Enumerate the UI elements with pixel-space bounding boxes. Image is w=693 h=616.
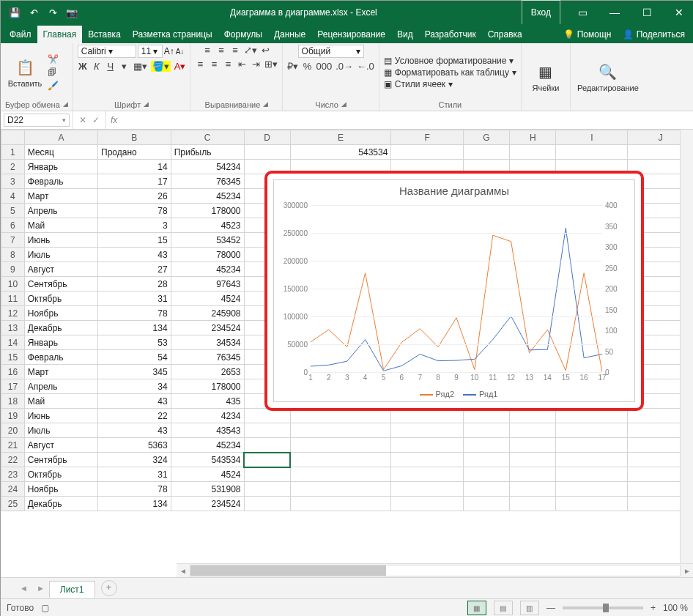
col-header-B[interactable]: B [98,130,171,145]
cell-D1[interactable] [244,145,290,160]
redo-icon[interactable]: ↷ [46,6,59,19]
align-bottom-icon[interactable]: ≡ [230,45,240,56]
cell-C9[interactable]: 45234 [171,262,244,277]
cell-C7[interactable]: 53452 [171,233,244,248]
cell-C5[interactable]: 178000 [171,204,244,218]
cell-C19[interactable]: 4234 [171,409,244,423]
percent-icon[interactable]: % [302,61,312,72]
cell-H21[interactable] [510,438,556,453]
cell-C24[interactable]: 531908 [171,482,244,497]
cell-A2[interactable]: Январь [24,160,97,174]
row-header-4[interactable]: 4 [1,189,25,204]
cell-E22[interactable] [290,453,391,467]
cell-D22[interactable] [244,453,290,467]
cell-C18[interactable]: 435 [171,394,244,409]
cell-I22[interactable] [556,453,628,467]
cell-A15[interactable]: Февраль [24,350,97,365]
sheet-nav-prev-icon[interactable]: ◄ [15,584,32,593]
font-name-combo[interactable]: Calibri ▾ [78,45,136,58]
row-header-24[interactable]: 24 [1,482,25,497]
formula-input[interactable] [122,114,693,126]
cell-B17[interactable]: 34 [98,379,171,394]
cell-styles-button[interactable]: ▣Стили ячеек ▾ [384,79,516,89]
bold-button[interactable]: Ж [78,61,88,72]
row-header-16[interactable]: 16 [1,365,25,379]
row-header-18[interactable]: 18 [1,394,25,409]
align-center-icon[interactable]: ≡ [209,59,219,70]
border-icon[interactable]: ▦▾ [133,61,147,72]
chart-plot-area[interactable]: 050000100000150000200000250000300000 050… [311,205,602,372]
merge-icon[interactable]: ⊞▾ [264,59,278,70]
cell-B14[interactable]: 53 [98,335,171,350]
cell-C8[interactable]: 78000 [171,248,244,262]
cell-C17[interactable]: 178000 [171,379,244,394]
cell-C3[interactable]: 76345 [171,174,244,189]
cell-H25[interactable] [510,497,556,511]
cell-E24[interactable] [290,482,391,497]
cell-A19[interactable]: Июнь [24,409,97,423]
cell-B8[interactable]: 43 [98,248,171,262]
select-all-corner[interactable] [1,130,25,145]
chart-title[interactable]: Название диаграммы [274,180,634,201]
row-header-20[interactable]: 20 [1,423,25,438]
cell-F22[interactable] [391,453,464,467]
align-left-icon[interactable]: ≡ [195,59,205,70]
cell-B20[interactable]: 43 [98,423,171,438]
login-button[interactable]: Вход [522,0,560,25]
cell-C22[interactable]: 543534 [171,453,244,467]
sheet-nav-next-icon[interactable]: ► [32,584,49,593]
close-button[interactable]: ✕ [664,1,693,24]
cell-B1[interactable]: Продано [98,145,171,160]
row-header-9[interactable]: 9 [1,262,25,277]
cell-A24[interactable]: Ноябрь [24,482,97,497]
cell-C23[interactable]: 4524 [171,467,244,482]
dec-decimal-icon[interactable]: ←.0 [357,61,374,72]
cell-A20[interactable]: Июль [24,423,97,438]
indent-inc-icon[interactable]: ⇥ [251,59,261,70]
row-header-10[interactable]: 10 [1,277,25,292]
cell-A14[interactable]: Январь [24,335,97,350]
row-header-8[interactable]: 8 [1,248,25,262]
italic-button[interactable]: К [92,61,102,72]
zoom-out-button[interactable]: — [546,603,555,613]
cell-E1[interactable]: 543534 [290,145,391,160]
cell-A21[interactable]: Август [24,438,97,453]
col-header-I[interactable]: I [556,130,628,145]
shrink-font-icon[interactable]: A↓ [176,48,185,56]
cell-D24[interactable] [244,482,290,497]
cell-A17[interactable]: Апрель [24,379,97,394]
cell-B24[interactable]: 78 [98,482,171,497]
col-header-G[interactable]: G [463,130,509,145]
tell-me[interactable]: 💡 Помощн [557,26,617,43]
cell-B21[interactable]: 5363 [98,438,171,453]
minimize-button[interactable]: — [600,1,629,24]
cell-C4[interactable]: 45234 [171,189,244,204]
row-header-5[interactable]: 5 [1,204,25,218]
copy-icon[interactable]: 🗐 [48,67,59,78]
tab-файл[interactable]: Файл [4,26,37,43]
chart-legend[interactable]: Ряд2Ряд1 [274,390,634,398]
cell-C6[interactable]: 4523 [171,218,244,233]
cell-E25[interactable] [290,497,391,511]
cell-I23[interactable] [556,467,628,482]
cell-G25[interactable] [463,497,509,511]
cell-B19[interactable]: 22 [98,409,171,423]
cell-H23[interactable] [510,467,556,482]
cell-C10[interactable]: 97643 [171,277,244,292]
inc-decimal-icon[interactable]: .0→ [336,61,353,72]
cell-B9[interactable]: 27 [98,262,171,277]
cell-C11[interactable]: 4524 [171,292,244,306]
cell-H20[interactable] [510,423,556,438]
cell-B18[interactable]: 43 [98,394,171,409]
row-header-21[interactable]: 21 [1,438,25,453]
hscroll-track[interactable] [190,565,681,576]
ribbon-options-icon[interactable]: ▭ [568,1,597,24]
cell-D23[interactable] [244,467,290,482]
cell-F20[interactable] [391,423,464,438]
cell-G20[interactable] [463,423,509,438]
cell-C16[interactable]: 2653 [171,365,244,379]
cell-D21[interactable] [244,438,290,453]
fill-color-icon[interactable]: 🪣▾ [151,61,171,72]
cell-A6[interactable]: Май [24,218,97,233]
maximize-button[interactable]: ☐ [632,1,662,24]
